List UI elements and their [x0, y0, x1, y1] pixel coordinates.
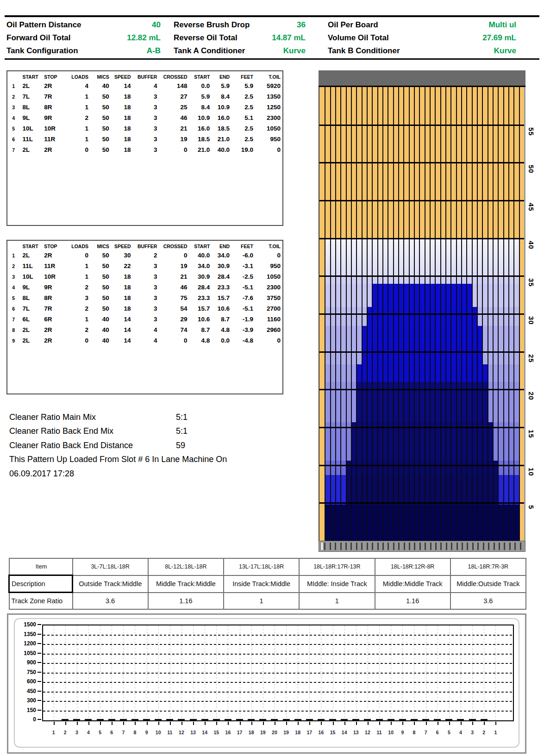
table-cell: 50 [90, 250, 111, 261]
oil-bar [62, 719, 69, 720]
bar-slots: 1234567891011121314151617181920191817161… [43, 625, 513, 720]
x-axis-tick [147, 722, 148, 725]
x-axis-label: 4 [455, 730, 466, 735]
table-cell: 74 [159, 325, 189, 335]
reverse-oil-segment [85, 719, 91, 720]
table-row: 92L2R04014404.80.0-4.80 [7, 335, 282, 346]
oil-bar [306, 719, 313, 720]
table-cell: 40.0 [212, 144, 231, 155]
reverse-oil-segment [469, 719, 475, 720]
x-axis-tick [205, 722, 206, 725]
table-cell: 19.0 [231, 144, 255, 155]
table-cell: 19 [159, 261, 189, 271]
x-axis-label: 5 [94, 730, 106, 735]
table-cell: 950 [255, 134, 282, 144]
oil-band-center [346, 475, 498, 505]
upload-note-line2: 06.09.2017 17:28 [9, 467, 296, 481]
v-gridline [170, 625, 170, 720]
x-axis-label: 13 [350, 730, 362, 735]
strip-tick [520, 543, 521, 550]
table-cell: 30.9 [189, 271, 212, 282]
x-axis-label: 10 [152, 730, 164, 735]
table-cell: 0 [159, 144, 189, 155]
distance-line [319, 313, 524, 315]
table-cell: 21.0 [189, 144, 212, 155]
x-axis-tick [484, 722, 485, 725]
lane-foul-line-strip [319, 541, 525, 552]
board-slot: 7 [420, 625, 431, 720]
board-slot: 3 [467, 625, 478, 720]
table-cell: 10.9 [189, 112, 212, 123]
table-cell: 22 [111, 261, 133, 271]
header-field: Oil Per BoardMulti ul [328, 20, 516, 30]
strip-tick [446, 543, 447, 550]
table-row: 49L9R2501834628.423.3-5.12300 [7, 282, 282, 293]
table-cell: 18 [111, 303, 133, 314]
oil-bar [108, 719, 115, 720]
y-axis-tick [38, 719, 41, 720]
header-field-label: Volume Oil Total [328, 33, 389, 43]
y-axis-tick [38, 672, 41, 673]
table-cell: 3750 [255, 293, 282, 303]
strip-tick [409, 543, 410, 550]
oil-bar [481, 719, 488, 720]
strip-tick [330, 543, 331, 550]
oil-bar [131, 719, 138, 720]
column-header: STOP [41, 71, 68, 81]
track-table-cell: 3L-7L:18L-18R [73, 558, 148, 575]
table-row: 58L8R3501837523.315.7-7.63750 [7, 293, 282, 303]
forward-pass-data: STARTSTOPLOADSMICSSPEEDBUFFERCROSSEDSTAR… [7, 71, 282, 155]
board-slot: 12 [362, 625, 373, 720]
table-cell: 5.1 [231, 112, 255, 123]
table-cell: -6.0 [231, 250, 255, 261]
oil-bar [190, 719, 197, 720]
v-gridline [391, 625, 391, 720]
strip-tick [350, 543, 352, 550]
column-header: CROSSED [159, 71, 189, 81]
x-axis-tick [356, 722, 357, 725]
y-axis-tick [38, 643, 41, 644]
track-table-cell: 18L-18R:7R-3R [450, 558, 526, 575]
table-cell: 2960 [255, 325, 282, 335]
track-table-cell: Inside Track:Middle [224, 575, 299, 593]
board-slot: 18 [245, 625, 257, 720]
v-gridline [216, 625, 217, 720]
reverse-oil-segment [481, 719, 487, 720]
oil-bar [411, 719, 418, 720]
oil-bar [318, 719, 325, 720]
table-cell: 5.9 [212, 81, 231, 91]
reverse-oil-segment [400, 719, 406, 720]
cleaner-ratio-line: Cleaner Ratio Back End Distance59 [9, 438, 296, 453]
row-number: 1 [7, 81, 19, 91]
x-axis-label: 7 [118, 730, 129, 735]
table-row: 72L2R050183021.040.019.00 [7, 144, 282, 155]
strip-tick [414, 543, 415, 550]
x-axis-tick [472, 722, 473, 725]
x-axis-tick [309, 722, 310, 725]
table-cell: 50 [90, 91, 111, 102]
table-cell: 34.0 [189, 261, 212, 271]
board-slot: 1 [48, 625, 59, 720]
strip-tick [398, 543, 400, 550]
x-axis-label: 16 [315, 730, 327, 735]
table-cell: 40 [90, 335, 111, 346]
oil-bar [225, 719, 231, 720]
oil-band-center [356, 382, 487, 422]
x-axis-tick [193, 722, 194, 725]
table-cell: 9L [19, 112, 41, 123]
x-axis-label: 1 [490, 730, 501, 735]
header-field-value: Multi ul [489, 20, 516, 30]
table-cell: 18 [111, 144, 133, 155]
oil-pattern-report-page: Oil Pattern Distance40Reverse Brush Drop… [0, 0, 544, 756]
table-cell: 1 [68, 314, 90, 325]
table-cell: 3 [133, 282, 159, 293]
track-table-cell: 1.16 [375, 593, 450, 610]
strip-tick [419, 543, 421, 550]
row-number: 9 [7, 335, 19, 346]
header-field: Tank B ConditionerKurve [328, 46, 516, 56]
x-axis-tick [379, 722, 380, 725]
y-axis-tick [38, 653, 41, 654]
table-row: 510L10R1501832116.018.52.51050 [7, 123, 282, 134]
strip-tick [356, 543, 357, 550]
table-cell: 8L [19, 293, 41, 303]
